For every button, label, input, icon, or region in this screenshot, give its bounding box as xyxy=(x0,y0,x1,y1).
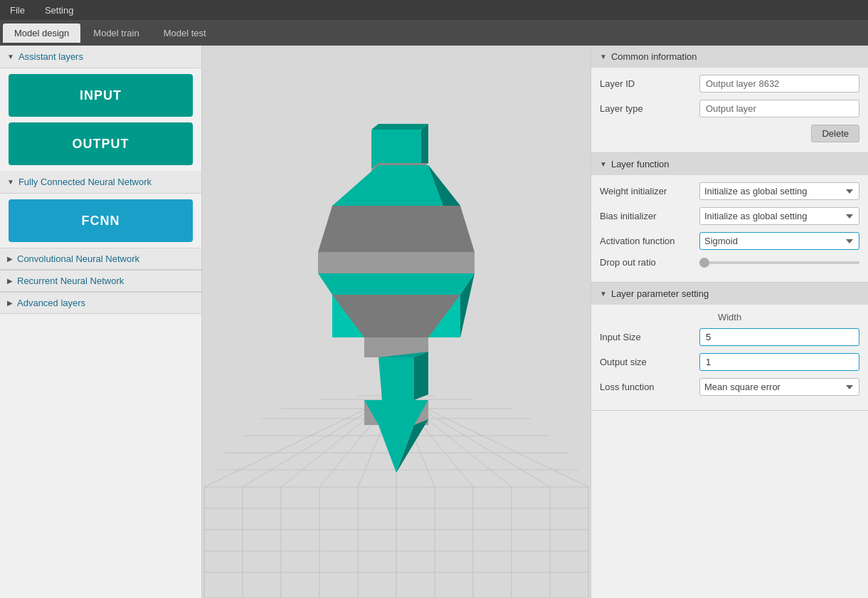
dropout-slider[interactable] xyxy=(699,261,859,264)
layer-id-input[interactable] xyxy=(699,75,859,93)
layer-id-row: Layer ID xyxy=(600,75,859,93)
output-size-input[interactable] xyxy=(699,353,859,371)
loss-function-label: Loss function xyxy=(600,382,699,392)
dropout-slider-container xyxy=(699,261,859,264)
arrow-rnn: ▶ xyxy=(7,277,13,285)
common-info-header[interactable]: ▼ Common information xyxy=(591,46,868,68)
section-assistant-layers[interactable]: ▼ Assistant layers xyxy=(0,46,201,68)
weight-initializer-row: Weight initializer Initialize as global … xyxy=(600,182,859,200)
layer-type-input[interactable] xyxy=(699,100,859,117)
common-info-label: Common information xyxy=(611,51,697,62)
fcnn-layer-button[interactable]: FCNN xyxy=(9,199,193,242)
svg-marker-36 xyxy=(371,124,428,130)
assistant-layers-label: Assistant layers xyxy=(18,51,83,62)
svg-marker-46 xyxy=(318,273,475,295)
section-fcnn[interactable]: ▼ Fully Connected Neural Network xyxy=(0,171,201,194)
svg-marker-43 xyxy=(318,206,475,252)
common-info-section: ▼ Common information Layer ID Layer type… xyxy=(591,46,868,153)
arrow-advanced: ▶ xyxy=(7,299,13,307)
input-size-input[interactable] xyxy=(699,328,859,346)
advanced-label: Advanced layers xyxy=(17,298,85,308)
neural-network-visualization xyxy=(202,46,591,598)
delete-row: Delete xyxy=(600,125,859,142)
arrow-layer-function: ▼ xyxy=(600,160,607,168)
output-size-label: Output size xyxy=(600,357,699,367)
svg-rect-35 xyxy=(371,130,421,169)
layer-parameter-content: Width Input Size Output size Loss functi… xyxy=(591,305,868,410)
section-cnn[interactable]: ▶ Convolutional Neural Network xyxy=(0,248,201,270)
layer-function-content: Weight initializer Initialize as global … xyxy=(591,175,868,282)
layer-parameter-section: ▼ Layer parameter setting Width Input Si… xyxy=(591,283,868,411)
cnn-label: Convolutional Neural Network xyxy=(17,253,139,264)
layer-parameter-header[interactable]: ▼ Layer parameter setting xyxy=(591,283,868,305)
dropout-row: Drop out ratio xyxy=(600,257,859,268)
loss-function-row: Loss function Mean square error Cross en… xyxy=(600,378,859,396)
activation-function-label: Activation function xyxy=(600,236,699,246)
tab-model-design[interactable]: Model design xyxy=(3,23,80,43)
output-size-row: Output size xyxy=(600,353,859,371)
right-panel: ▼ Common information Layer ID Layer type… xyxy=(591,46,868,598)
tab-model-train[interactable]: Model train xyxy=(82,23,150,43)
layer-parameter-label: Layer parameter setting xyxy=(611,288,709,299)
svg-marker-37 xyxy=(421,124,428,169)
menu-setting[interactable]: Setting xyxy=(41,4,78,17)
arrow-common-info: ▼ xyxy=(600,53,607,61)
menu-file[interactable]: File xyxy=(6,4,29,17)
input-layer-button[interactable]: INPUT xyxy=(9,74,193,117)
svg-marker-45 xyxy=(318,252,475,273)
bias-initializer-select[interactable]: Initialize as global setting xyxy=(699,207,859,225)
delete-button[interactable]: Delete xyxy=(811,125,859,142)
canvas-area[interactable] xyxy=(202,46,591,598)
tab-model-test[interactable]: Model test xyxy=(152,23,218,43)
activation-function-row: Activation function Sigmoid ReLU Tanh Li… xyxy=(600,232,859,250)
fcnn-label: Fully Connected Neural Network xyxy=(18,177,152,187)
layer-function-section: ▼ Layer function Weight initializer Init… xyxy=(591,153,868,283)
bias-initializer-row: Bias initializer Initialize as global se… xyxy=(600,207,859,225)
weight-initializer-select[interactable]: Initialize as global setting xyxy=(699,182,859,200)
arrow-assistant: ▼ xyxy=(7,53,14,61)
tabbar: Model design Model train Model test xyxy=(0,20,868,46)
loss-function-select[interactable]: Mean square error Cross entropy Binary c… xyxy=(699,378,859,396)
layer-id-label: Layer ID xyxy=(600,78,699,89)
layer-function-label: Layer function xyxy=(611,159,669,169)
input-size-row: Input Size xyxy=(600,328,859,346)
arrow-fcnn: ▼ xyxy=(7,178,14,186)
svg-marker-52 xyxy=(414,352,428,400)
arrow-cnn: ▶ xyxy=(7,255,13,263)
arrow-layer-parameter: ▼ xyxy=(600,290,607,298)
section-advanced[interactable]: ▶ Advanced layers xyxy=(0,292,201,314)
input-size-label: Input Size xyxy=(600,332,699,342)
menubar: File Setting xyxy=(0,0,868,20)
layer-function-header[interactable]: ▼ Layer function xyxy=(591,153,868,175)
output-layer-button[interactable]: OUTPUT xyxy=(9,122,193,165)
weight-initializer-label: Weight initializer xyxy=(600,186,699,196)
activation-function-select[interactable]: Sigmoid ReLU Tanh Linear Softmax xyxy=(699,232,859,250)
bias-initializer-label: Bias initializer xyxy=(600,211,699,221)
svg-marker-51 xyxy=(379,357,414,400)
width-label: Width xyxy=(600,312,859,322)
layer-type-label: Layer type xyxy=(600,103,699,114)
rnn-label: Recurrent Neural Network xyxy=(17,276,124,286)
section-rnn[interactable]: ▶ Recurrent Neural Network xyxy=(0,270,201,292)
dropout-label: Drop out ratio xyxy=(600,257,699,268)
main-layout: ▼ Assistant layers INPUT OUTPUT ▼ Fully … xyxy=(0,46,868,598)
left-panel: ▼ Assistant layers INPUT OUTPUT ▼ Fully … xyxy=(0,46,202,598)
common-info-content: Layer ID Layer type Delete xyxy=(591,68,868,152)
layer-type-row: Layer type xyxy=(600,100,859,117)
